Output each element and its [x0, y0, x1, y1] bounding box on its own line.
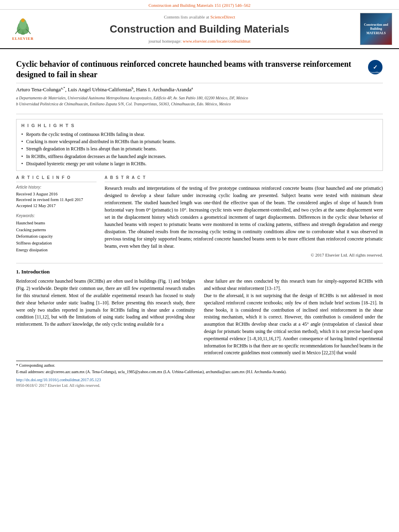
keywords-label: Keywords:: [16, 213, 97, 219]
journal-homepage[interactable]: journal homepage: www.elsevier.com/locat…: [148, 38, 250, 44]
footnote-emails: E-mail addresses: atc@correo.azc.uam.mx …: [16, 369, 383, 375]
doi-line[interactable]: http://dx.doi.org/10.1016/j.conbuildmat.…: [16, 377, 383, 383]
keywords-block: Keywords: Haunched beams Cracking patter…: [16, 213, 97, 253]
highlights-list: Reports the cyclic testing of continuous…: [21, 131, 378, 167]
affil-a: a Departamento de Materiales, Universida…: [16, 95, 383, 101]
elsevier-logo: ELSEVIER: [7, 17, 39, 41]
introduction-section: 1. Introduction Reinforced concrete haun…: [16, 268, 383, 357]
elsevier-logo-area: ELSEVIER: [5, 13, 41, 45]
footnotes-section: * Corresponding author. E-mail addresses…: [16, 361, 383, 375]
cover-text: Construction and Building MATERIALS: [362, 23, 390, 35]
author-1-sup: a,*: [61, 86, 65, 90]
journal-name: Construction and Building Materials: [110, 22, 289, 36]
author-3-name: , Hans I. Archundia-Aranda: [134, 87, 191, 93]
intro-col-right: shear failure are the ones conducted by …: [204, 278, 383, 357]
intro-two-col: Reinforced concrete haunched beams (RCHB…: [16, 278, 383, 357]
svg-text:✓: ✓: [373, 64, 378, 70]
highlight-item-5: Dissipated hysteretic energy per unit vo…: [21, 160, 378, 167]
highlights-section: H I G H L I G H T S Reports the cyclic t…: [16, 119, 383, 171]
article-title-section: Cyclic behavior of continuous reinforced…: [16, 53, 383, 83]
sciencedirect-anchor[interactable]: ScienceDirect: [210, 14, 235, 19]
author-2-name: , Luis Angel Urbina-Californias: [65, 87, 132, 93]
section-title: Introduction: [21, 269, 50, 275]
doi-link[interactable]: http://dx.doi.org/10.1016/j.conbuildmat.…: [16, 378, 101, 382]
journal-title-area: Contents lists available at ScienceDirec…: [45, 13, 354, 45]
keyword-3: Deformation capacity: [16, 233, 97, 240]
section-number: 1.: [16, 269, 20, 275]
abstract-col: A B S T R A C T Research results and int…: [105, 175, 383, 258]
journal-cover-area: Construction and Building MATERIALS: [358, 13, 394, 45]
affil-b: b Universidad Politécnica de Chimalhuacá…: [16, 101, 383, 107]
article-title: Cyclic behavior of continuous reinforced…: [16, 59, 364, 80]
homepage-prefix: journal homepage:: [148, 39, 181, 43]
revised-date: Received in revised form 11 April 2017: [16, 197, 97, 203]
journal-cover-thumbnail: Construction and Building MATERIALS: [360, 13, 392, 45]
footnote-corresponding: * Corresponding author.: [16, 363, 383, 368]
article-info-abstract-row: A R T I C L E I N F O Article history: R…: [16, 175, 383, 258]
journal-header: ELSEVIER Contents lists available at Sci…: [0, 10, 399, 49]
intro-col2-p2: Due to the aforesaid, it is not surprisi…: [204, 292, 383, 357]
intro-col2-p1: shear failure are the ones conducted by …: [204, 278, 383, 292]
copyright-text: © 2017 Elsevier Ltd. All rights reserved…: [105, 252, 383, 258]
sciencedirect-prefix: Contents lists available at: [164, 14, 209, 19]
svg-point-5: [21, 18, 25, 22]
main-content: Cyclic behavior of continuous reinforced…: [0, 49, 399, 396]
divider-1: [16, 114, 383, 114]
keywords-list: Haunched beams Cracking patterns Deforma…: [16, 220, 97, 253]
keyword-2: Cracking patterns: [16, 227, 97, 234]
elsevier-tree-icon: [11, 17, 35, 35]
article-history-block: Article history: Received 3 August 2016 …: [16, 185, 97, 209]
author-3-sup: a: [191, 86, 193, 90]
highlights-title: H I G H L I G H T S: [21, 123, 378, 129]
highlight-item-2: Cracking is more widespread and distribu…: [21, 138, 378, 145]
article-info-col: A R T I C L E I N F O Article history: R…: [16, 175, 97, 258]
abstract-section: Research results and interpretations of …: [105, 185, 383, 258]
issn-line: 0950-0618/© 2017 Elsevier Ltd. All right…: [16, 383, 383, 388]
highlight-item-1: Reports the cyclic testing of continuous…: [21, 131, 378, 138]
author-1-name: Arturo Tena-Colunga: [16, 87, 61, 93]
highlight-item-4: In RCHBs, stiffness degradation decrease…: [21, 153, 378, 160]
history-label: Article history:: [16, 185, 97, 190]
abstract-label: A B S T R A C T: [105, 175, 383, 182]
affiliations: a Departamento de Materiales, Universida…: [16, 95, 383, 107]
article-info-label: A R T I C L E I N F O: [16, 175, 97, 182]
divider-2: [16, 263, 383, 263]
highlight-item-3: Strength degradation in RCHBs is less ab…: [21, 145, 378, 152]
keyword-1: Haunched beams: [16, 220, 97, 227]
abstract-text: Research results and interpretations of …: [105, 185, 383, 250]
authors-line: Arturo Tena-Colungaa,*, Luis Angel Urbin…: [16, 86, 383, 94]
accepted-date: Accepted 12 May 2017: [16, 203, 97, 209]
keyword-4: Stiffness degradation: [16, 240, 97, 247]
authors-section: Arturo Tena-Colungaa,*, Luis Angel Urbin…: [16, 83, 383, 109]
svg-text:CrossMark: CrossMark: [369, 71, 381, 74]
elsevier-wordmark: ELSEVIER: [12, 36, 34, 41]
journal-citation-banner: Construction and Building Materials 151 …: [0, 0, 399, 10]
received-date: Received 3 August 2016: [16, 191, 97, 197]
keyword-5: Energy dissipation: [16, 247, 97, 254]
sciencedirect-link[interactable]: Contents lists available at ScienceDirec…: [164, 14, 235, 20]
intro-heading: 1. Introduction: [16, 268, 383, 275]
intro-col-left: Reinforced concrete haunched beams (RCHB…: [16, 278, 195, 357]
crossmark-badge[interactable]: ✓ CrossMark: [368, 60, 383, 75]
homepage-url[interactable]: www.elsevier.com/locate/conbuildmat: [183, 39, 251, 43]
intro-col1-p1: Reinforced concrete haunched beams (RCHB…: [16, 278, 195, 328]
journal-citation-text: Construction and Building Materials 151 …: [148, 3, 251, 8]
